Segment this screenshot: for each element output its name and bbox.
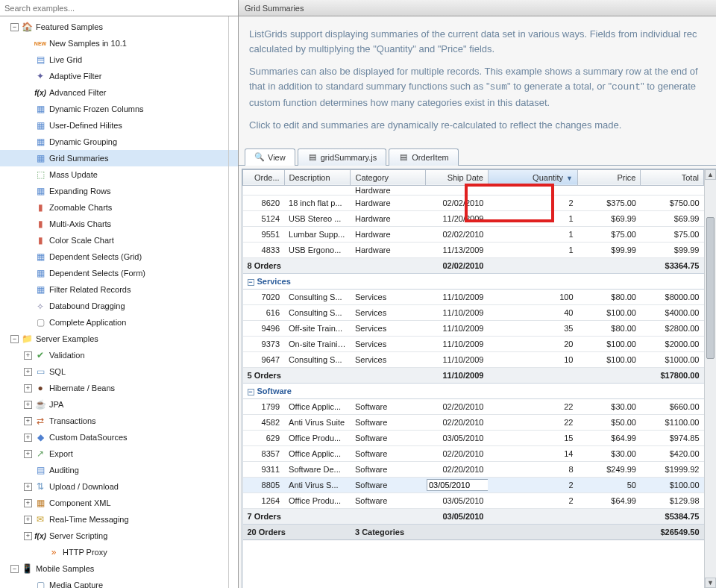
cell: 9373 xyxy=(243,336,285,351)
tree-item[interactable]: NEWNew Samples in 10.1 xyxy=(0,35,238,51)
collapse-icon[interactable]: − xyxy=(10,335,19,343)
tree-item[interactable]: ▤Live Grid xyxy=(0,51,238,68)
table-row[interactable]: 5124USB Stereo ...Hardware11/20/20091$69… xyxy=(243,210,704,226)
tab[interactable]: ▤gridSummary.js xyxy=(298,148,387,166)
tree-item[interactable]: ▮Zoomable Charts xyxy=(0,199,238,216)
collapse-icon[interactable]: − xyxy=(248,279,254,286)
tree-icon: ▦ xyxy=(34,284,46,295)
tab[interactable]: ▤OrderItem xyxy=(389,148,459,166)
tree-item[interactable]: +▦Component XML xyxy=(0,495,238,511)
tree-item[interactable]: ▢Media Capture xyxy=(0,577,238,588)
tree-item[interactable]: ▦Filter Related Records xyxy=(0,281,238,298)
date-input[interactable] xyxy=(427,479,488,491)
collapse-icon[interactable]: − xyxy=(10,23,19,31)
tree-label: Upload / Download xyxy=(49,482,119,491)
expand-icon[interactable]: + xyxy=(24,401,32,409)
expand-icon[interactable]: + xyxy=(24,384,32,392)
tree-item[interactable]: +⇄Transactions xyxy=(0,413,238,429)
cell: $2800.00 xyxy=(641,320,704,336)
tree-item[interactable]: +▭SQL xyxy=(0,363,238,380)
scroll-down-icon[interactable]: ▼ xyxy=(705,578,716,588)
tree-item[interactable]: +☕JPA xyxy=(0,396,238,413)
table-row[interactable]: 629Office Produ...Software03/05/201015$6… xyxy=(243,430,704,445)
tree-item[interactable]: −🏠Featured Samples xyxy=(0,19,238,35)
tree-item[interactable]: +↗Export xyxy=(0,445,238,462)
scrollbar-vertical[interactable]: ▲ ▼ xyxy=(704,169,716,588)
tree-item[interactable]: +✔Validation xyxy=(0,347,238,363)
tree-item[interactable]: +⇅Upload / Download xyxy=(0,478,238,495)
expand-icon[interactable]: + xyxy=(24,499,32,507)
tree-item[interactable]: ▢Complete Application xyxy=(0,314,238,331)
tree-item[interactable]: ▦Dynamic Frozen Columns xyxy=(0,101,238,117)
tree-item[interactable]: ▦Expanding Rows xyxy=(0,183,238,199)
table-row[interactable]: 9373On-site TrainingServices11/10/200920… xyxy=(243,336,704,351)
table-row[interactable]: 862018 inch flat p...Hardware02/02/20102… xyxy=(243,195,704,210)
tree-item[interactable]: −📁Server Examples xyxy=(0,331,238,347)
tab[interactable]: 🔍View xyxy=(245,148,295,166)
tree-item[interactable]: −📱Mobile Samples xyxy=(0,560,238,577)
cell: $75.00 xyxy=(578,226,641,242)
cell: $100.00 xyxy=(578,336,641,351)
tree-item[interactable]: ⬚Mass Update xyxy=(0,166,238,183)
tree-item[interactable]: +◆Custom DataSources xyxy=(0,429,238,445)
tree-item[interactable]: ▦User-Defined Hilites xyxy=(0,117,238,134)
tree-item[interactable]: ▦Dependent Selects (Grid) xyxy=(0,248,238,265)
column-header[interactable]: Total xyxy=(641,169,704,185)
column-header[interactable]: Description xyxy=(284,169,351,185)
table-row[interactable]: 9311Software De...Software02/20/20108$24… xyxy=(243,461,704,477)
tree-label: Dependent Selects (Grid) xyxy=(49,252,142,261)
cell: Services xyxy=(351,336,425,351)
table-row[interactable]: 8805Anti Virus S...Software250$100.00 xyxy=(243,477,704,492)
expand-icon[interactable]: + xyxy=(24,483,32,491)
tree-item[interactable]: +f(x)Server Scripting xyxy=(0,528,238,544)
expand-icon[interactable]: + xyxy=(24,516,32,524)
tree-item[interactable]: +●Hibernate / Beans xyxy=(0,380,238,396)
tree-icon: ⟡ xyxy=(34,300,46,312)
column-header[interactable]: Category xyxy=(351,169,425,185)
tree-icon: 🏠 xyxy=(21,21,33,33)
expand-icon[interactable]: + xyxy=(24,532,32,540)
tree-item[interactable]: »HTTP Proxy xyxy=(0,544,238,560)
table-row[interactable]: 7020Consulting S...Services11/10/2009100… xyxy=(243,289,704,304)
collapse-icon[interactable]: − xyxy=(248,389,254,395)
table-row[interactable]: 8357Office Applic...Software02/20/201014… xyxy=(243,445,704,461)
tree-item[interactable]: ▤Auditing xyxy=(0,462,238,478)
tree-item[interactable]: ▦Grid Summaries xyxy=(0,150,238,166)
table-row[interactable]: 4582Anti Virus SuiteSoftware02/20/201022… xyxy=(243,414,704,430)
table-row[interactable]: 9551Lumbar Supp...Hardware02/02/20101$75… xyxy=(243,226,704,242)
tree-label: Server Examples xyxy=(36,334,98,343)
table-row[interactable]: 4833USB Ergono...Hardware11/13/20091$99.… xyxy=(243,242,704,257)
scroll-thumb[interactable] xyxy=(706,217,715,359)
table-row[interactable]: 9647Consulting S...Services11/10/200910$… xyxy=(243,351,704,367)
collapse-icon[interactable]: − xyxy=(10,565,19,573)
tree-item[interactable]: ▦Dynamic Grouping xyxy=(0,134,238,150)
expand-icon[interactable]: + xyxy=(24,368,32,376)
group-header-row[interactable]: −Software xyxy=(243,383,704,398)
table-row[interactable]: 9496Off-site Train...Services11/10/20093… xyxy=(243,320,704,336)
tree-item[interactable]: +✉Real-Time Messaging xyxy=(0,511,238,528)
search-input[interactable] xyxy=(0,0,238,16)
tree-item[interactable]: ▦Dependent Selects (Form) xyxy=(0,265,238,281)
cell: $420.00 xyxy=(641,445,704,461)
table-row[interactable]: 616Consulting S...Services11/10/200940$1… xyxy=(243,304,704,320)
tree-item[interactable]: ▮Color Scale Chart xyxy=(0,232,238,248)
column-header[interactable]: Quantity▼ xyxy=(488,169,577,185)
cell: 22 xyxy=(488,414,577,430)
table-row[interactable]: 1264Office Produ...Software03/05/20102$6… xyxy=(243,492,704,508)
cell: $1100.00 xyxy=(641,414,704,430)
expand-icon[interactable]: + xyxy=(24,450,32,458)
expand-icon[interactable]: + xyxy=(24,434,32,442)
expand-icon[interactable]: + xyxy=(24,417,32,425)
tree-item[interactable]: ✦Adaptive Filter xyxy=(0,68,238,84)
tree-item[interactable]: ⟡Databound Dragging xyxy=(0,298,238,314)
expand-icon[interactable]: + xyxy=(24,351,32,360)
tree-item[interactable]: ▮Multi-Axis Charts xyxy=(0,216,238,232)
tree-item[interactable]: f(x)Advanced Filter xyxy=(0,84,238,101)
scroll-up-icon[interactable]: ▲ xyxy=(705,169,716,180)
column-header[interactable]: Price xyxy=(578,169,641,185)
column-header[interactable]: Ship Date xyxy=(425,169,488,185)
column-header[interactable]: Orde... xyxy=(243,169,285,185)
table-row[interactable]: 1799Office Applic...Software02/20/201022… xyxy=(243,398,704,414)
group-header-row[interactable]: −Services xyxy=(243,273,704,289)
cell: 8620 xyxy=(243,195,285,210)
